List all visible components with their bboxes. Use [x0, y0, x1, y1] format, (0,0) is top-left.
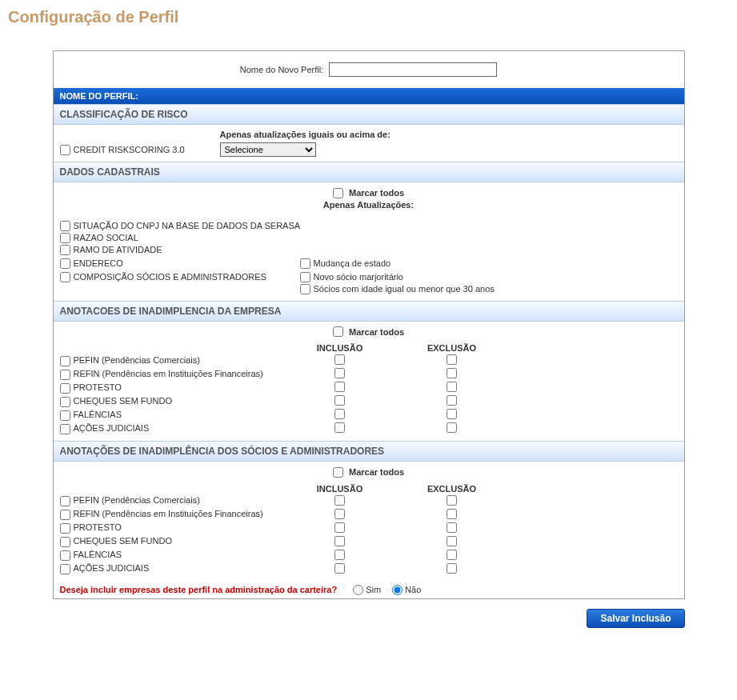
save-button[interactable]: Salvar Inclusão: [587, 609, 684, 628]
soc-item-3-inc[interactable]: [334, 536, 345, 546]
soc-item-5-label: AÇÕES JUDICIAIS: [74, 563, 150, 573]
emp-item-1-label: REFIN (Pendências em Instituições Financ…: [74, 369, 263, 378]
emp-item-1-exc[interactable]: [447, 368, 457, 378]
cad-item-3-sub-0-label: Mudança de estado: [314, 258, 391, 268]
soc-marcar-todos-checkbox[interactable]: [333, 467, 343, 478]
emp-marcar-todos-label: Marcar todos: [349, 327, 404, 337]
emp-item-2-label: PROTESTO: [74, 382, 122, 392]
soc-item-5-checkbox[interactable]: [60, 564, 70, 574]
profile-name-row: Nome do Novo Perfil:: [54, 51, 684, 88]
soc-item-1-checkbox[interactable]: [60, 510, 70, 520]
emp-col-exc: EXCLUSÃO: [396, 343, 508, 353]
emp-item-5-checkbox[interactable]: [60, 424, 70, 434]
cad-item-3-sub-0-checkbox[interactable]: [300, 258, 310, 269]
cadastrais-apenas-atualiz: Apenas Atualizações:: [54, 200, 684, 214]
emp-item-2-inc[interactable]: [334, 382, 345, 392]
emp-item-2-exc[interactable]: [447, 382, 457, 392]
soc-col-inc: INCLUSÃO: [284, 484, 396, 494]
emp-col-inc: INCLUSÃO: [284, 343, 396, 353]
risco-select[interactable]: Selecione: [220, 142, 316, 157]
emp-item-0-exc[interactable]: [447, 354, 457, 365]
soc-item-3-checkbox[interactable]: [60, 537, 70, 547]
soc-item-0-inc[interactable]: [334, 495, 345, 506]
cad-item-1-checkbox[interactable]: [60, 233, 70, 243]
emp-item-0-inc[interactable]: [334, 354, 345, 365]
cad-item-2-label: RAMO DE ATIVIDADE: [74, 245, 162, 254]
soc-item-3-exc[interactable]: [447, 536, 457, 546]
emp-item-3-label: CHEQUES SEM FUNDO: [74, 396, 172, 406]
page-title: Configuração de Perfil: [8, 8, 729, 26]
profile-form-box: Nome do Novo Perfil: NOME DO PERFIL: CLA…: [53, 50, 685, 599]
cad-item-4-sub-1-label: Sócios com idade igual ou menor que 30 a…: [314, 284, 495, 294]
radio-nao[interactable]: [392, 585, 403, 595]
soc-item-1-label: REFIN (Pendências em Instituições Financ…: [74, 509, 263, 518]
cad-item-2-checkbox[interactable]: [60, 245, 70, 255]
soc-item-0-exc[interactable]: [447, 495, 457, 506]
section-inadimplencia-socios: ANOTAÇÕES DE INADIMPLÊNCIA DOS SÓCIOS E …: [54, 441, 684, 462]
emp-item-4-checkbox[interactable]: [60, 410, 70, 421]
section-nome-perfil: NOME DO PERFIL:: [54, 88, 684, 104]
soc-item-4-exc[interactable]: [447, 550, 457, 560]
risco-item-label: CREDIT RISKSCORING 3.0: [74, 145, 185, 154]
emp-item-5-exc[interactable]: [447, 422, 457, 433]
soc-item-1-inc[interactable]: [334, 509, 345, 519]
emp-item-3-exc[interactable]: [447, 395, 457, 406]
profile-name-label: Nome do Novo Perfil:: [240, 65, 324, 74]
emp-marcar-todos-checkbox[interactable]: [333, 326, 343, 337]
emp-item-0-checkbox[interactable]: [60, 356, 70, 366]
soc-item-0-checkbox[interactable]: [60, 496, 70, 506]
soc-item-4-inc[interactable]: [334, 550, 345, 560]
emp-item-2-checkbox[interactable]: [60, 383, 70, 394]
cadastrais-marcar-todos-label: Marcar todos: [349, 188, 404, 198]
cad-item-1-label: RAZAO SOCIAL: [74, 233, 138, 242]
cad-item-4-label: COMPOSIÇÃO SÓCIOS E ADMINISTRADORES: [74, 272, 266, 282]
profile-name-input[interactable]: [329, 62, 497, 77]
section-dados-cadastrais: DADOS CADASTRAIS: [54, 162, 684, 182]
risco-above-label: Apenas atualizações iguais ou acima de:: [220, 130, 678, 139]
radio-sim[interactable]: [353, 585, 363, 595]
cad-item-0-checkbox[interactable]: [60, 221, 70, 231]
soc-item-5-exc[interactable]: [447, 563, 457, 574]
emp-item-4-exc[interactable]: [447, 409, 457, 419]
soc-item-0-label: PEFIN (Pendências Comerciais): [74, 495, 200, 505]
cad-item-4-sub-0-checkbox[interactable]: [300, 272, 310, 282]
soc-col-exc: EXCLUSÃO: [396, 484, 508, 494]
section-inadimplencia-empresa: ANOTACOES DE INADIMPLENCIA DA EMPRESA: [54, 301, 684, 322]
emp-item-5-label: AÇÕES JUDICIAIS: [74, 423, 150, 433]
soc-marcar-todos-label: Marcar todos: [349, 467, 404, 477]
soc-item-3-label: CHEQUES SEM FUNDO: [74, 536, 172, 546]
risco-checkbox[interactable]: [60, 145, 70, 155]
cad-item-0-label: SITUAÇÃO DO CNPJ NA BASE DE DADOS DA SER…: [74, 221, 301, 230]
soc-item-2-exc[interactable]: [447, 522, 457, 533]
question-text: Deseja incluir empresas deste perfil na …: [60, 585, 338, 594]
cad-item-4-checkbox[interactable]: [60, 272, 70, 282]
section-classificacao-risco: CLASSIFICAÇÃO DE RISCO: [54, 104, 684, 125]
radio-sim-label[interactable]: Sim: [353, 585, 381, 595]
emp-item-3-inc[interactable]: [334, 395, 345, 406]
emp-item-1-inc[interactable]: [334, 368, 345, 378]
emp-item-1-checkbox[interactable]: [60, 370, 70, 380]
soc-item-2-inc[interactable]: [334, 522, 345, 533]
soc-item-4-label: FALÊNCIAS: [74, 550, 122, 559]
cad-item-3-checkbox[interactable]: [60, 258, 70, 269]
radio-nao-label[interactable]: Não: [392, 585, 421, 595]
soc-item-2-label: PROTESTO: [74, 522, 122, 532]
emp-item-5-inc[interactable]: [334, 422, 345, 433]
emp-item-0-label: PEFIN (Pendências Comerciais): [74, 355, 200, 365]
soc-item-1-exc[interactable]: [447, 509, 457, 519]
emp-item-3-checkbox[interactable]: [60, 397, 70, 407]
soc-item-2-checkbox[interactable]: [60, 523, 70, 534]
soc-item-4-checkbox[interactable]: [60, 550, 70, 561]
emp-item-4-label: FALÊNCIAS: [74, 410, 122, 419]
cad-item-4-sub-1-checkbox[interactable]: [300, 284, 310, 294]
cad-item-3-label: ENDERECO: [74, 258, 123, 268]
soc-item-5-inc[interactable]: [334, 563, 345, 574]
emp-item-4-inc[interactable]: [334, 409, 345, 419]
cad-item-4-sub-0-label: Novo sócio marjoritário: [314, 272, 403, 282]
cadastrais-marcar-todos-checkbox[interactable]: [333, 188, 343, 198]
